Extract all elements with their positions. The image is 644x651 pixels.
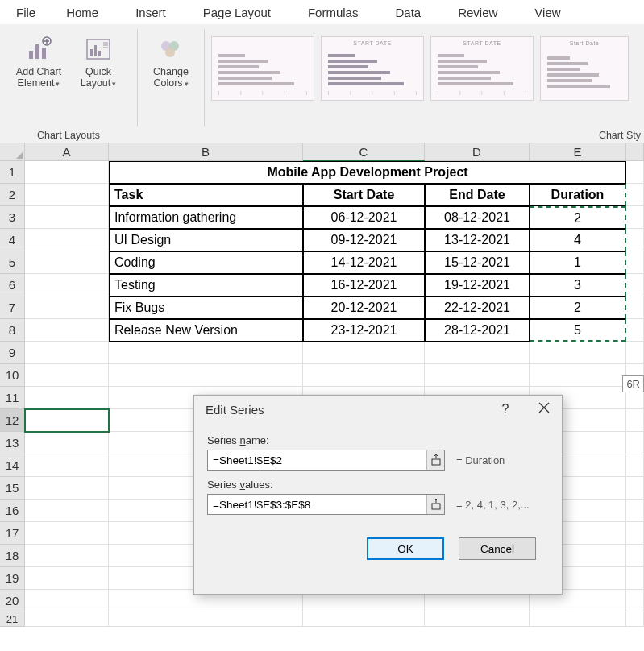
cell-duration[interactable]: 4 — [530, 229, 626, 251]
cell-duration[interactable]: 3 — [530, 274, 626, 296]
cell-header-duration[interactable]: Duration — [530, 184, 626, 206]
row-header-4[interactable]: 4 — [0, 229, 25, 251]
cell[interactable] — [626, 522, 644, 545]
cell-task[interactable]: Information gathering — [109, 206, 303, 229]
cell[interactable] — [626, 567, 644, 590]
row-header-1[interactable]: 1 — [0, 161, 25, 184]
row-header-17[interactable]: 17 — [0, 522, 25, 545]
cell-a12[interactable] — [25, 409, 109, 432]
cell[interactable] — [626, 342, 644, 364]
cell-a4[interactable] — [25, 229, 109, 251]
row-header-8[interactable]: 8 — [0, 319, 25, 342]
cell[interactable] — [25, 590, 109, 612]
col-header-overflow[interactable] — [626, 143, 644, 161]
row-header-21[interactable]: 21 — [0, 612, 25, 627]
row-header-9[interactable]: 9 — [0, 342, 25, 364]
cell-duration[interactable]: 5 — [530, 319, 626, 342]
ok-button[interactable]: OK — [367, 537, 444, 560]
cell[interactable] — [25, 612, 109, 627]
tab-file[interactable]: File — [8, 1, 44, 24]
select-all-corner[interactable] — [0, 143, 25, 161]
cell-a8[interactable] — [25, 319, 109, 342]
dialog-close-button[interactable] — [536, 402, 552, 417]
tab-insert[interactable]: Insert — [121, 1, 181, 24]
cell-a6[interactable] — [25, 274, 109, 296]
cell-start[interactable]: 16-12-2021 — [303, 274, 425, 296]
cell[interactable] — [530, 342, 626, 364]
row-header-5[interactable]: 5 — [0, 251, 25, 274]
cell-a7[interactable] — [25, 296, 109, 319]
cell-overflow[interactable] — [626, 251, 644, 274]
cell-end[interactable]: 19-12-2021 — [425, 274, 530, 296]
row-header-10[interactable]: 10 — [0, 364, 25, 387]
row-header-16[interactable]: 16 — [0, 500, 25, 522]
row-header-2[interactable]: 2 — [0, 184, 25, 206]
row-header-3[interactable]: 3 — [0, 206, 25, 229]
cell[interactable] — [626, 432, 644, 454]
row-header-11[interactable]: 11 — [0, 387, 25, 409]
series-name-range-button[interactable] — [426, 450, 444, 470]
cell-a3[interactable] — [25, 206, 109, 229]
cell-header-end[interactable]: End Date — [425, 184, 530, 206]
cell-overflow[interactable] — [626, 274, 644, 296]
cell-start[interactable]: 20-12-2021 — [303, 296, 425, 319]
cell[interactable] — [626, 500, 644, 522]
tab-page-layout[interactable]: Page Layout — [189, 1, 285, 24]
btn-quick-layout[interactable]: Quick Layout▾ — [70, 29, 127, 89]
cell-title[interactable]: Mobile App Development Project — [109, 161, 626, 184]
cell-overflow[interactable] — [626, 206, 644, 229]
cell-start[interactable]: 14-12-2021 — [303, 251, 425, 274]
cell-header-start[interactable]: Start Date — [303, 184, 425, 206]
cell-overflow[interactable] — [626, 161, 644, 184]
col-header-e[interactable]: E — [530, 143, 626, 161]
cell-end[interactable]: 22-12-2021 — [425, 296, 530, 319]
btn-add-chart-element[interactable]: Add Chart Element▾ — [10, 29, 67, 89]
col-header-d[interactable]: D — [425, 143, 530, 161]
cell[interactable] — [25, 477, 109, 500]
cell-overflow[interactable] — [626, 184, 644, 206]
row-header-14[interactable]: 14 — [0, 454, 25, 477]
cell[interactable] — [25, 364, 109, 387]
dialog-help-button[interactable]: ? — [497, 402, 513, 417]
tab-data[interactable]: Data — [380, 1, 435, 24]
cell-start[interactable]: 09-12-2021 — [303, 229, 425, 251]
series-name-input[interactable] — [207, 450, 445, 471]
cell[interactable] — [25, 432, 109, 454]
cell[interactable] — [626, 590, 644, 612]
cell[interactable] — [303, 342, 425, 364]
cell[interactable] — [626, 545, 644, 567]
row-header-15[interactable]: 15 — [0, 477, 25, 500]
cell-end[interactable]: 13-12-2021 — [425, 229, 530, 251]
cancel-button[interactable]: Cancel — [459, 537, 536, 560]
cell-header-task[interactable]: Task — [109, 184, 303, 206]
cell-task[interactable]: Fix Bugs — [109, 296, 303, 319]
row-header-6[interactable]: 6 — [0, 274, 25, 296]
col-header-a[interactable]: A — [25, 143, 109, 161]
cell[interactable] — [626, 612, 644, 627]
cell-overflow[interactable] — [626, 319, 644, 342]
cell-end[interactable]: 08-12-2021 — [425, 206, 530, 229]
cell-a1[interactable] — [25, 161, 109, 184]
cell-duration[interactable]: 2 — [530, 206, 626, 229]
cell[interactable] — [530, 612, 626, 627]
cell-task[interactable]: Testing — [109, 274, 303, 296]
cell[interactable] — [25, 454, 109, 477]
cell[interactable] — [425, 364, 530, 387]
series-values-input[interactable] — [207, 494, 445, 515]
cell[interactable] — [25, 500, 109, 522]
cell[interactable] — [626, 477, 644, 500]
row-header-7[interactable]: 7 — [0, 296, 25, 319]
cell[interactable] — [303, 364, 425, 387]
cell[interactable] — [25, 522, 109, 545]
cell-end[interactable]: 15-12-2021 — [425, 251, 530, 274]
tab-view[interactable]: View — [520, 1, 575, 24]
chart-style-4[interactable]: Start Date — [540, 36, 629, 101]
row-header-13[interactable]: 13 — [0, 432, 25, 454]
cell[interactable] — [109, 342, 303, 364]
cell-end[interactable]: 28-12-2021 — [425, 319, 530, 342]
cell[interactable] — [425, 342, 530, 364]
tab-home[interactable]: Home — [52, 1, 113, 24]
chart-style-1[interactable]: ||||| — [211, 36, 314, 101]
cell[interactable] — [109, 612, 303, 627]
cell[interactable] — [626, 454, 644, 477]
